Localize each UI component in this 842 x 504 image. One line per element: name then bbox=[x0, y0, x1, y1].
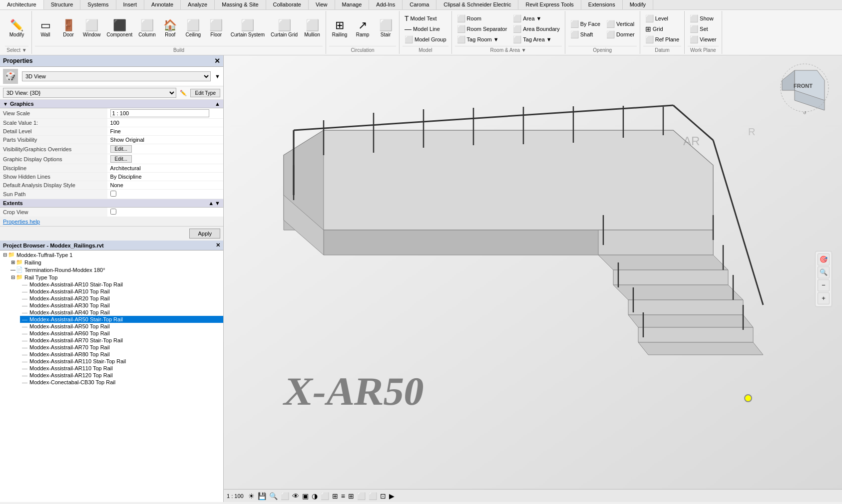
stair-button[interactable]: ⬜ Stair bbox=[375, 19, 396, 39]
roof-button[interactable]: 🏠 Roof bbox=[160, 19, 181, 39]
level-button[interactable]: ⬜ Level bbox=[643, 13, 681, 23]
area-button[interactable]: ⬜ Area ▼ bbox=[511, 13, 561, 23]
grid-button[interactable]: ⊞ Grid bbox=[643, 24, 681, 34]
by-face-button[interactable]: ⬜ By Face bbox=[568, 19, 602, 29]
ref-plane-button[interactable]: ⬜ Ref Plane bbox=[643, 34, 681, 44]
graphic-display-edit-button[interactable]: Edit... bbox=[110, 155, 132, 163]
show-button[interactable]: ⬜ Show bbox=[688, 13, 718, 23]
project-browser-tree[interactable]: ⊟ 📁 Moddex-Tuffrail-Type 1 ⊞ 📁 Railing —… bbox=[0, 251, 223, 502]
window-button[interactable]: ⬜ Window bbox=[81, 19, 103, 39]
edit-type-button[interactable]: Edit Type bbox=[190, 89, 220, 97]
crop-view-checkbox-cell[interactable] bbox=[107, 208, 223, 217]
shadow-icon[interactable]: ◑ bbox=[311, 492, 318, 501]
leaf-ar70-stair[interactable]: — Moddex-Assistrail-AR70 Stair-Top Rail bbox=[20, 337, 223, 344]
room-separator-button[interactable]: ⬜ Room Separator bbox=[455, 24, 509, 34]
ramp-button[interactable]: ↗ Ramp bbox=[352, 19, 373, 39]
select-group-title[interactable]: Select ▼ bbox=[5, 46, 28, 53]
properties-help-link[interactable]: Properties help bbox=[3, 219, 40, 225]
modify-button[interactable]: ✏️ Modify bbox=[6, 19, 27, 39]
phase-icon[interactable]: ⊡ bbox=[380, 492, 387, 501]
tab-extensions[interactable]: Extensions bbox=[581, 0, 623, 9]
zoom-tool-button[interactable]: 🔍 bbox=[818, 266, 830, 278]
column-button[interactable]: ⬜ Column bbox=[136, 19, 157, 39]
tag-area-button[interactable]: ⬜ Tag Area ▼ bbox=[511, 34, 561, 44]
termination-row[interactable]: — 📄 Termination-Round-Moddex 180° bbox=[8, 266, 223, 273]
tag-icon[interactable]: ⊞ bbox=[332, 492, 339, 501]
sun-path-checkbox[interactable] bbox=[110, 191, 116, 197]
leaf-ar110-top[interactable]: — Moddex-Assistrail-AR110 Top Rail bbox=[20, 365, 223, 372]
zoom-in-button[interactable]: 🎯 bbox=[818, 253, 830, 265]
leaf-ar50-top[interactable]: — Moddex-Assistrail-AR50 Top Rail bbox=[20, 323, 223, 330]
graphics-section-header[interactable]: ▼ Graphics ▲ bbox=[0, 100, 223, 108]
tag-room-button[interactable]: ⬜ Tag Room ▼ bbox=[455, 34, 509, 44]
model-line-button[interactable]: — Model Line bbox=[403, 24, 448, 34]
navigation-cube[interactable]: FRONT ↺ bbox=[777, 60, 832, 115]
tab-structure[interactable]: Structure bbox=[44, 0, 81, 9]
project-browser-close-button[interactable]: ✕ bbox=[216, 242, 220, 249]
arrow-right-icon[interactable]: ▶ bbox=[389, 492, 395, 501]
leaf-ar110-stair[interactable]: — Moddex-Assistrail-AR110 Stair-Top Rail bbox=[20, 358, 223, 365]
tab-view[interactable]: View bbox=[309, 0, 335, 9]
tab-architecture[interactable]: Architecture bbox=[0, 0, 44, 9]
tab-insert[interactable]: Insert bbox=[116, 0, 145, 9]
tab-modify[interactable]: Modify bbox=[623, 0, 653, 9]
grid-status-icon[interactable]: ⊞ bbox=[348, 492, 355, 501]
tab-annotate[interactable]: Annotate bbox=[144, 0, 181, 9]
mullion-button[interactable]: ⬜ Mullion bbox=[302, 19, 323, 39]
model-text-button[interactable]: T Model Text bbox=[403, 13, 448, 23]
area-boundary-button[interactable]: ⬜ Area Boundary bbox=[511, 24, 561, 34]
prop-type-select[interactable]: 3D View bbox=[22, 71, 211, 81]
tab-clipsal[interactable]: Clipsal & Schneider Electric bbox=[436, 0, 518, 9]
top-rail-type-row[interactable]: ⊟ 📁 Rail Type Top bbox=[8, 273, 223, 281]
view-selector[interactable]: 3D View: {3D} bbox=[3, 88, 176, 98]
viewer-button[interactable]: ⬜ Viewer bbox=[688, 34, 718, 44]
component-button[interactable]: ⬛ Component bbox=[105, 19, 135, 39]
leaf-ar10-top[interactable]: — Moddex-Assistrail-AR10 Top Rail bbox=[20, 288, 223, 295]
visibility-icon[interactable]: 👁 bbox=[292, 492, 300, 501]
tab-revit-express[interactable]: Revit Express Tools bbox=[518, 0, 581, 9]
visibility-graphics-edit-button[interactable]: Edit... bbox=[110, 145, 132, 153]
curtain-grid-button[interactable]: ⬜ Curtain Grid bbox=[269, 19, 300, 39]
leaf-ar120-top[interactable]: — Moddex-Assistrail-AR120 Top Rail bbox=[20, 372, 223, 379]
detail-icon[interactable]: ≡ bbox=[341, 492, 346, 501]
leaf-ar40-top[interactable]: — Moddex-Assistrail-AR40 Top Rail bbox=[20, 309, 223, 316]
view-scale-value[interactable] bbox=[107, 108, 223, 119]
leaf-ar20-top[interactable]: — Moddex-Assistrail-AR20 Top Rail bbox=[20, 295, 223, 302]
render-icon[interactable]: ▣ bbox=[302, 492, 309, 501]
save-icon[interactable]: 💾 bbox=[257, 492, 267, 501]
floor-button[interactable]: ⬜ Floor bbox=[206, 19, 227, 39]
leaf-ar70-top[interactable]: — Moddex-Assistrail-AR70 Top Rail bbox=[20, 344, 223, 351]
search-icon[interactable]: 🔍 bbox=[269, 492, 278, 501]
leaf-ar30-top[interactable]: — Moddex-Assistrail-AR30 Top Rail bbox=[20, 302, 223, 309]
shaft-button[interactable]: ⬜ Shaft bbox=[568, 29, 602, 39]
apply-button[interactable]: Apply bbox=[189, 229, 220, 239]
visibility-graphics-edit[interactable]: Edit... bbox=[107, 144, 223, 154]
sun-icon[interactable]: ☀ bbox=[248, 492, 255, 501]
leaf-ar80-top[interactable]: — Moddex-Assistrail-AR80 Top Rail bbox=[20, 351, 223, 358]
wall-button[interactable]: ▭ Wall bbox=[35, 19, 56, 39]
tab-addins[interactable]: Add-Ins bbox=[369, 0, 403, 9]
ref-icon[interactable]: ⬜ bbox=[357, 492, 366, 501]
properties-close-button[interactable]: ✕ bbox=[214, 57, 220, 65]
tab-analyze[interactable]: Analyze bbox=[181, 0, 215, 9]
extents-section-header[interactable]: Extents ▲ ▼ bbox=[0, 199, 223, 208]
leaf-cb30-top[interactable]: — Moddex-Conectabal-CB30 Top Rail bbox=[20, 379, 223, 386]
sun-path-checkbox-cell[interactable] bbox=[107, 190, 223, 199]
door-button[interactable]: 🚪 Door bbox=[58, 19, 79, 39]
vertical-button[interactable]: ⬜ Vertical bbox=[604, 19, 637, 29]
curtain-system-button[interactable]: ⬜ Curtain System bbox=[229, 19, 267, 39]
leaf-ar60-top[interactable]: — Moddex-Assistrail-AR60 Top Rail bbox=[20, 330, 223, 337]
crop-view-checkbox[interactable] bbox=[110, 209, 116, 215]
tab-collaborate[interactable]: Collaborate bbox=[266, 0, 309, 9]
extents-up-arrow[interactable]: ▲ bbox=[208, 200, 214, 206]
crop-icon[interactable]: ⬜ bbox=[280, 492, 290, 501]
extents-down-arrow[interactable]: ▼ bbox=[215, 200, 220, 206]
set-button[interactable]: ⬜ Set bbox=[688, 24, 718, 34]
tree-item-moddex-tuffrail-row[interactable]: ⊟ 📁 Moddex-Tuffrail-Type 1 bbox=[0, 251, 223, 258]
pan-tool-button[interactable]: + bbox=[818, 292, 830, 304]
zoom-out-button[interactable]: − bbox=[818, 279, 830, 291]
railing-row[interactable]: ⊞ 📁 Railing bbox=[8, 258, 223, 266]
model-icon[interactable]: ⬜ bbox=[320, 492, 330, 501]
tab-manage[interactable]: Manage bbox=[335, 0, 370, 9]
graphic-display-edit[interactable]: Edit... bbox=[107, 154, 223, 164]
